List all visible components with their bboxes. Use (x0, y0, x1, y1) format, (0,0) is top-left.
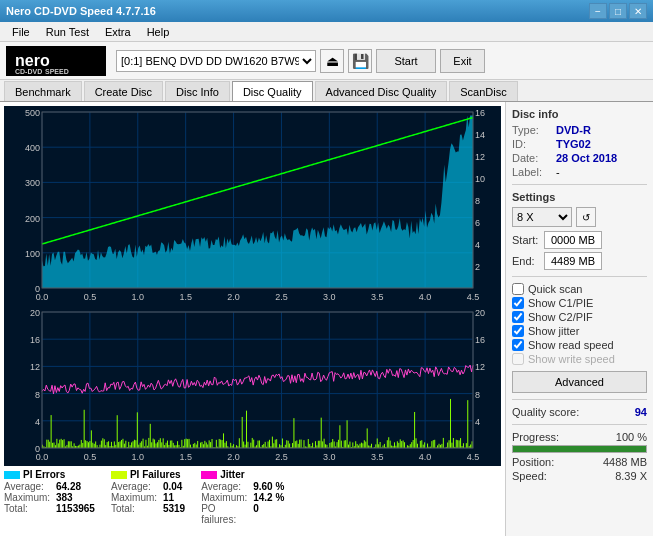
legend-area: PI Errors Average: 64.28 Maximum: 383 To… (4, 466, 501, 528)
tab-create-disc[interactable]: Create Disc (84, 81, 163, 101)
progress-section: Progress: 100 % Position: 4488 MB Speed:… (512, 431, 647, 482)
menu-extra[interactable]: Extra (97, 24, 139, 40)
show-c1-label: Show C1/PIE (528, 297, 593, 309)
pi-failures-max-value: 11 (163, 492, 174, 503)
legend-jitter: Jitter Average: 9.60 % Maximum: 14.2 % P… (201, 469, 284, 525)
tab-benchmark[interactable]: Benchmark (4, 81, 82, 101)
top-chart (4, 106, 501, 306)
svg-text:SPEED: SPEED (45, 68, 69, 74)
tab-scandisc[interactable]: ScanDisc (449, 81, 517, 101)
show-c2-checkbox[interactable] (512, 311, 524, 323)
jitter-max-label: Maximum: (201, 492, 249, 503)
pi-errors-avg-row: Average: 64.28 (4, 481, 95, 492)
pi-errors-color (4, 471, 20, 479)
end-field[interactable] (544, 252, 602, 270)
progress-label: Progress: (512, 431, 559, 443)
pi-failures-max-label: Maximum: (111, 492, 159, 503)
drive-select[interactable]: [0:1] BENQ DVD DD DW1620 B7W9 (116, 50, 316, 72)
quality-score-value: 94 (635, 406, 647, 418)
exit-button[interactable]: Exit (440, 49, 485, 73)
app-title: Nero CD-DVD Speed 4.7.7.16 (6, 5, 589, 17)
tabs-bar: Benchmark Create Disc Disc Info Disc Qua… (0, 80, 653, 102)
pi-failures-title: PI Failures (130, 469, 181, 480)
speed-label: Speed: (512, 470, 547, 482)
show-c1-checkbox[interactable] (512, 297, 524, 309)
menu-file[interactable]: File (4, 24, 38, 40)
pi-errors-title: PI Errors (23, 469, 65, 480)
minimize-button[interactable]: − (589, 3, 607, 19)
progress-bar-container (512, 445, 647, 453)
settings-title: Settings (512, 191, 647, 203)
quick-scan-checkbox[interactable] (512, 283, 524, 295)
end-label: End: (512, 255, 540, 267)
jitter-po-label: PO failures: (201, 503, 249, 525)
quick-scan-row: Quick scan (512, 283, 647, 295)
show-jitter-row: Show jitter (512, 325, 647, 337)
tab-disc-quality[interactable]: Disc Quality (232, 81, 313, 101)
toolbar: nero CD-DVD SPEED [0:1] BENQ DVD DD DW16… (0, 42, 653, 80)
window-controls: − □ ✕ (589, 3, 647, 19)
pi-failures-avg-label: Average: (111, 481, 159, 492)
show-jitter-checkbox[interactable] (512, 325, 524, 337)
pi-errors-max-row: Maximum: 383 (4, 492, 95, 503)
quality-score-label: Quality score: (512, 406, 579, 418)
close-button[interactable]: ✕ (629, 3, 647, 19)
pi-failures-avg-value: 0.04 (163, 481, 182, 492)
type-row: Type: DVD-R (512, 124, 647, 136)
main-content: PI Errors Average: 64.28 Maximum: 383 To… (0, 102, 653, 536)
pi-failures-max-row: Maximum: 11 (111, 492, 185, 503)
menu-run-test[interactable]: Run Test (38, 24, 97, 40)
show-read-label: Show read speed (528, 339, 614, 351)
show-c2-row: Show C2/PIF (512, 311, 647, 323)
refresh-icon[interactable]: ↺ (576, 207, 596, 227)
jitter-color (201, 471, 217, 479)
svg-text:nero: nero (15, 52, 50, 69)
position-row: Position: 4488 MB (512, 456, 647, 468)
maximize-button[interactable]: □ (609, 3, 627, 19)
pi-errors-total-label: Total: (4, 503, 52, 514)
tab-advanced-disc-quality[interactable]: Advanced Disc Quality (315, 81, 448, 101)
speed-row-progress: Speed: 8.39 X (512, 470, 647, 482)
jitter-max-value: 14.2 % (253, 492, 284, 503)
type-label: Type: (512, 124, 556, 136)
separator-4 (512, 424, 647, 425)
show-read-checkbox[interactable] (512, 339, 524, 351)
start-button[interactable]: Start (376, 49, 436, 73)
speed-select[interactable]: 8 X Maximum 1 X 2 X 4 X 16 X (512, 207, 572, 227)
progress-value: 100 % (616, 431, 647, 443)
save-icon[interactable]: 💾 (348, 49, 372, 73)
jitter-title: Jitter (220, 469, 244, 480)
progress-bar-fill (513, 446, 646, 452)
quality-score-row: Quality score: 94 (512, 406, 647, 418)
pi-errors-avg-label: Average: (4, 481, 52, 492)
progress-row: Progress: 100 % (512, 431, 647, 443)
disc-label-row: Label: - (512, 166, 647, 178)
start-field[interactable] (544, 231, 602, 249)
jitter-avg-value: 9.60 % (253, 481, 284, 492)
show-write-checkbox[interactable] (512, 353, 524, 365)
start-mb-row: Start: (512, 231, 647, 249)
speed-row: 8 X Maximum 1 X 2 X 4 X 16 X ↺ (512, 207, 647, 227)
pi-errors-avg-value: 64.28 (56, 481, 81, 492)
show-jitter-label: Show jitter (528, 325, 579, 337)
advanced-button[interactable]: Advanced (512, 371, 647, 393)
date-label: Date: (512, 152, 556, 164)
date-row: Date: 28 Oct 2018 (512, 152, 647, 164)
position-value: 4488 MB (603, 456, 647, 468)
show-write-label: Show write speed (528, 353, 615, 365)
end-mb-row: End: (512, 252, 647, 270)
menubar: File Run Test Extra Help (0, 22, 653, 42)
eject-icon[interactable]: ⏏ (320, 49, 344, 73)
svg-text:CD-DVD: CD-DVD (15, 68, 42, 74)
pi-failures-total-row: Total: 5319 (111, 503, 185, 514)
show-read-row: Show read speed (512, 339, 647, 351)
disc-label-value: - (556, 166, 560, 178)
chart-area: PI Errors Average: 64.28 Maximum: 383 To… (0, 102, 505, 536)
drive-selector: [0:1] BENQ DVD DD DW1620 B7W9 (116, 50, 316, 72)
show-c1-row: Show C1/PIE (512, 297, 647, 309)
start-label: Start: (512, 234, 540, 246)
pi-failures-avg-row: Average: 0.04 (111, 481, 185, 492)
menu-help[interactable]: Help (139, 24, 178, 40)
speed-value: 8.39 X (615, 470, 647, 482)
tab-disc-info[interactable]: Disc Info (165, 81, 230, 101)
